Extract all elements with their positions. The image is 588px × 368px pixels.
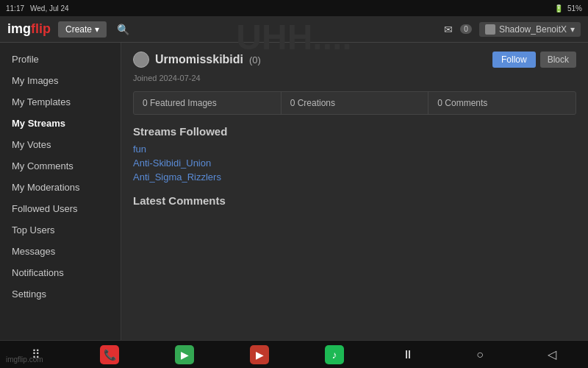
logo: imgflip: [7, 21, 51, 37]
pause-nav-icon[interactable]: ⏸: [400, 347, 416, 363]
status-right: 🔋 51%: [554, 4, 582, 13]
profile-username: Urmomisskibidi: [155, 53, 243, 66]
user-avatar-small: [485, 24, 495, 35]
battery-level: 51%: [567, 4, 582, 13]
profile-post-count: (0): [249, 54, 261, 66]
topbar: imgflip Create ▾ 🔍 ✉ 0 Shadow_BenoitX ▾: [0, 16, 588, 43]
user-menu[interactable]: Shadow_BenoitX ▾: [479, 22, 581, 37]
create-button[interactable]: Create ▾: [58, 21, 107, 38]
home-nav-icon[interactable]: ○: [472, 347, 488, 363]
profile-header: Urmomisskibidi (0) Follow Block: [133, 52, 576, 68]
stream-link-anti-sigma[interactable]: Anti_Sigma_Rizzlers: [133, 171, 576, 183]
topbar-right: ✉ 0 Shadow_BenoitX ▾: [444, 22, 581, 37]
avatar: [133, 52, 149, 68]
stat-creations[interactable]: 0 Creations: [282, 92, 429, 114]
search-icon[interactable]: 🔍: [117, 24, 129, 35]
status-bar: 11:17 Wed, Jul 24 🔋 51%: [0, 0, 588, 16]
user-dropdown-icon: ▾: [570, 24, 575, 35]
block-button[interactable]: Block: [540, 52, 576, 68]
sidebar-item-my-moderations[interactable]: My Moderations: [0, 177, 121, 198]
join-date: Joined 2024-07-24: [133, 74, 576, 82]
stream-link-anti-skibidi[interactable]: Anti-Skibidi_Union: [133, 158, 576, 169]
content-area: Urmomisskibidi (0) Follow Block Joined 2…: [121, 43, 588, 340]
latest-comments-title: Latest Comments: [133, 194, 576, 207]
main-layout: Profile My Images My Templates My Stream…: [0, 43, 588, 340]
notif-badge: 0: [460, 24, 472, 34]
sidebar: Profile My Images My Templates My Stream…: [0, 43, 121, 340]
streams-followed-title: Streams Followed: [133, 125, 576, 138]
mail-icon[interactable]: ✉: [444, 24, 453, 35]
sidebar-item-my-templates[interactable]: My Templates: [0, 91, 121, 113]
app-icon-phone[interactable]: 📞: [100, 345, 119, 364]
follow-button[interactable]: Follow: [492, 52, 536, 68]
app-icon-youtube[interactable]: ▶: [250, 345, 269, 364]
app-icon-spotify[interactable]: ♪: [325, 345, 344, 364]
status-day: Wed, Jul 24: [30, 4, 69, 13]
app-icon-play[interactable]: ▶: [175, 345, 194, 364]
status-left: 11:17 Wed, Jul 24: [6, 4, 69, 13]
sidebar-item-my-streams[interactable]: My Streams: [0, 113, 121, 134]
stream-link-fun[interactable]: fun: [133, 144, 576, 155]
stats-bar: 0 Featured Images 0 Creations 0 Comments: [133, 91, 576, 115]
user-name: Shadow_BenoitX: [499, 24, 567, 35]
imgflip-credit: imgflip.com: [6, 355, 43, 364]
stat-comments[interactable]: 0 Comments: [429, 92, 576, 114]
sidebar-item-settings[interactable]: Settings: [0, 283, 121, 305]
bottom-bar: ⠿ 📞 ▶ ▶ ♪ ⏸ ○ ◁: [0, 340, 588, 368]
battery-icon: 🔋: [554, 4, 563, 13]
sidebar-item-followed-users[interactable]: Followed Users: [0, 198, 121, 219]
status-time: 11:17: [6, 4, 24, 13]
create-label: Create: [65, 24, 92, 35]
stat-featured-images[interactable]: 0 Featured Images: [134, 92, 282, 114]
sidebar-item-my-votes[interactable]: My Votes: [0, 134, 121, 155]
sidebar-item-my-comments[interactable]: My Comments: [0, 155, 121, 177]
sidebar-item-messages[interactable]: Messages: [0, 241, 121, 262]
sidebar-item-profile[interactable]: Profile: [0, 49, 121, 70]
sidebar-item-notifications[interactable]: Notifications: [0, 262, 121, 283]
sidebar-item-top-users[interactable]: Top Users: [0, 219, 121, 241]
sidebar-item-my-images[interactable]: My Images: [0, 70, 121, 91]
create-arrow: ▾: [95, 24, 99, 35]
profile-actions: Follow Block: [492, 52, 576, 68]
back-nav-icon[interactable]: ◁: [544, 347, 560, 363]
